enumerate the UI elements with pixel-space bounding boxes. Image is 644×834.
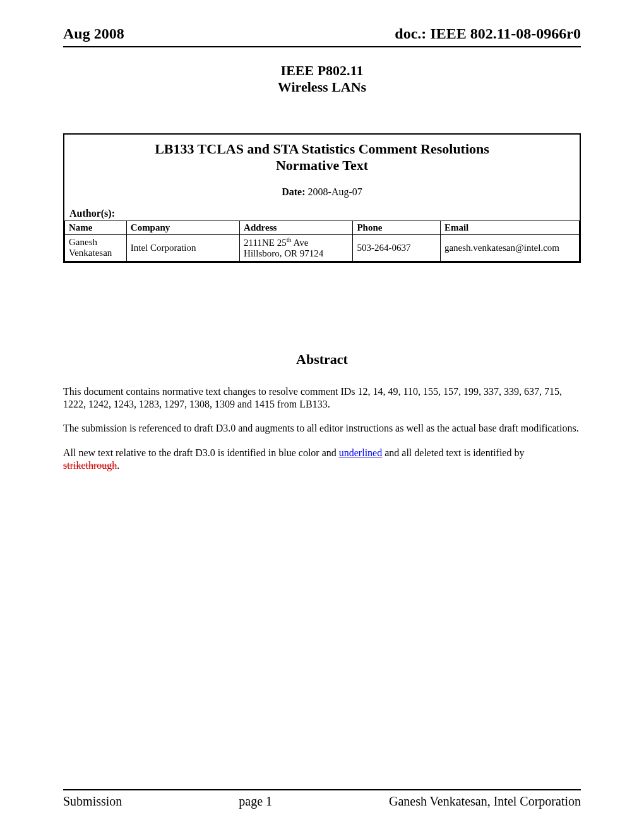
title-line2: Wireless LANs bbox=[63, 79, 581, 95]
header-docid: doc.: IEEE 802.11-08-0966r0 bbox=[395, 25, 581, 42]
header-date: Aug 2008 bbox=[63, 25, 124, 42]
box-title-line1: LB133 TCLAS and STA Statistics Comment R… bbox=[155, 141, 489, 157]
col-name: Name bbox=[65, 221, 127, 235]
col-company: Company bbox=[126, 221, 239, 235]
underlined-text: underlined bbox=[339, 447, 382, 458]
document-footer: Submission page 1 Ganesh Venkatesan, Int… bbox=[63, 789, 581, 809]
author-name: Ganesh Venkatesan bbox=[65, 235, 127, 262]
address-line1-post: Ave bbox=[292, 238, 309, 248]
title-line1: IEEE P802.11 bbox=[63, 63, 581, 79]
footer-right: Ganesh Venkatesan, Intel Corporation bbox=[389, 794, 581, 809]
abstract-heading: Abstract bbox=[63, 351, 581, 368]
address-line2: Hillsboro, OR 97124 bbox=[244, 248, 323, 258]
address-line1-sup: th bbox=[287, 236, 292, 243]
author-phone: 503-264-0637 bbox=[353, 235, 441, 262]
date-label: Date: bbox=[282, 186, 305, 197]
footer-center: page 1 bbox=[239, 794, 272, 809]
p3-post: . bbox=[117, 460, 119, 471]
abstract-p3: All new text relative to the draft D3.0 … bbox=[63, 447, 581, 473]
document-header: Aug 2008 doc.: IEEE 802.11-08-0966r0 bbox=[63, 25, 581, 47]
table-row: Ganesh Venkatesan Intel Corporation 2111… bbox=[65, 235, 580, 262]
p3-pre: All new text relative to the draft D3.0 … bbox=[63, 447, 339, 458]
col-phone: Phone bbox=[353, 221, 441, 235]
p3-mid: and all deleted text is identified by bbox=[382, 447, 524, 458]
table-header-row: Name Company Address Phone Email bbox=[65, 221, 580, 235]
abstract-body: This document contains normative text ch… bbox=[63, 385, 581, 473]
box-title: LB133 TCLAS and STA Statistics Comment R… bbox=[64, 135, 580, 183]
info-box: LB133 TCLAS and STA Statistics Comment R… bbox=[63, 133, 581, 263]
footer-left: Submission bbox=[63, 794, 122, 809]
author-address: 2111NE 25th Ave Hillsboro, OR 97124 bbox=[240, 235, 353, 262]
strikethrough-text: strikethrough bbox=[63, 460, 117, 471]
abstract-p1: This document contains normative text ch… bbox=[63, 385, 581, 411]
address-line1-pre: 2111NE 25 bbox=[244, 238, 287, 248]
author-company: Intel Corporation bbox=[126, 235, 239, 262]
col-address: Address bbox=[240, 221, 353, 235]
abstract-p2: The submission is referenced to draft D3… bbox=[63, 422, 581, 435]
authors-table: Name Company Address Phone Email Ganesh … bbox=[64, 221, 580, 262]
authors-label: Author(s): bbox=[64, 205, 580, 221]
col-email: Email bbox=[440, 221, 579, 235]
author-email: ganesh.venkatesan@intel.com bbox=[440, 235, 579, 262]
page-title: IEEE P802.11 Wireless LANs bbox=[63, 63, 581, 95]
box-title-line2: Normative Text bbox=[276, 157, 368, 173]
date-value: 2008-Aug-07 bbox=[306, 186, 362, 197]
date-row: Date: 2008-Aug-07 bbox=[64, 183, 580, 205]
